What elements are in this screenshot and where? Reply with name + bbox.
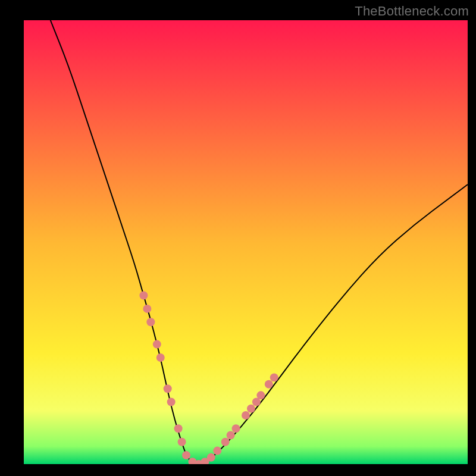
highlight-dot <box>167 398 176 406</box>
chart-frame: TheBottleneck.com <box>0 0 476 476</box>
highlight-dot <box>143 305 151 313</box>
highlight-dot <box>156 353 165 362</box>
highlight-dot <box>178 438 186 446</box>
highlight-dot <box>256 391 265 399</box>
highlight-dot <box>182 451 190 459</box>
highlight-dot <box>153 340 161 349</box>
highlight-dot <box>139 292 148 300</box>
highlight-dot <box>164 384 172 393</box>
highlight-dot <box>174 424 183 433</box>
bottleneck-chart <box>24 20 468 464</box>
highlight-dot <box>232 424 240 433</box>
highlight-dot <box>146 318 155 326</box>
highlight-dot <box>242 411 250 419</box>
highlight-dot <box>265 380 273 389</box>
highlight-dot <box>247 405 255 413</box>
highlight-dot <box>221 438 230 446</box>
highlight-dot <box>227 431 235 440</box>
watermark-text: TheBottleneck.com <box>355 4 469 19</box>
highlight-dot <box>207 453 215 462</box>
plot-area <box>24 20 468 464</box>
highlight-dot <box>213 447 221 455</box>
highlight-dot <box>270 374 278 382</box>
gradient-background <box>24 20 468 464</box>
